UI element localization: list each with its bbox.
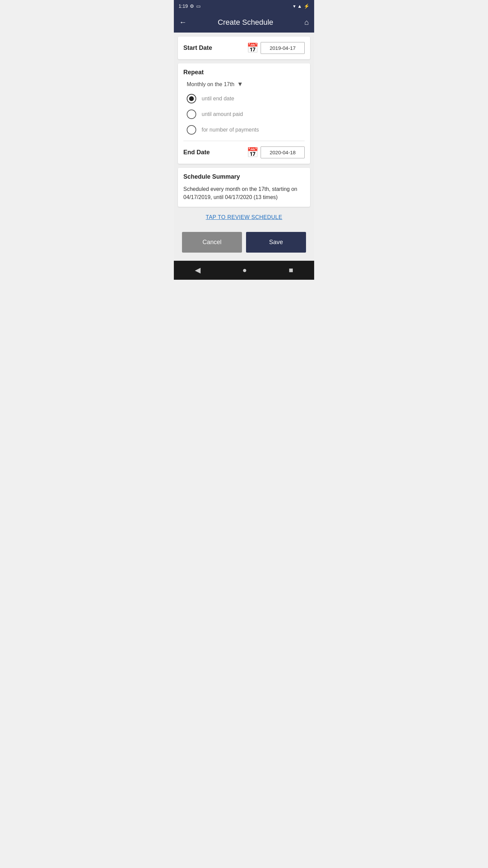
app-bar: ← Create Schedule ⌂ (174, 12, 314, 33)
schedule-summary-title: Schedule Summary (183, 173, 305, 180)
end-date-input-group: 📅 2020-04-18 (247, 146, 305, 158)
settings-icon: ⚙ (190, 3, 194, 9)
schedule-summary-text: Scheduled every month on the 17th, start… (183, 185, 305, 201)
radio-circle-end-date[interactable] (187, 94, 196, 103)
radio-label-num-payments: for number of payments (202, 127, 259, 133)
tap-review-link[interactable]: TAP TO REVIEW SCHEDULE (178, 211, 310, 224)
time-display: 1:19 (179, 3, 188, 9)
back-button[interactable]: ← (179, 18, 187, 27)
nav-recent-button[interactable]: ■ (289, 266, 293, 275)
repeat-dropdown-row[interactable]: Monthly on the 17th ▼ (183, 81, 305, 88)
radio-label-end-date: until end date (202, 96, 234, 102)
battery-icon: ⚡ (304, 3, 309, 9)
home-button[interactable]: ⌂ (304, 18, 309, 27)
wifi-icon: ▾ (293, 3, 296, 9)
end-date-calendar-icon[interactable]: 📅 (247, 147, 259, 158)
repeat-card: Repeat Monthly on the 17th ▼ until end d… (178, 63, 310, 164)
start-date-card: Start Date 📅 2019-04-17 (178, 37, 310, 59)
nav-home-button[interactable]: ● (242, 266, 247, 275)
page-title: Create Schedule (218, 18, 273, 27)
sim-icon: ▭ (196, 3, 201, 9)
schedule-summary-card: Schedule Summary Scheduled every month o… (178, 168, 310, 207)
start-date-calendar-icon[interactable]: 📅 (247, 42, 259, 54)
radio-circle-num-payments[interactable] (187, 125, 196, 135)
cancel-button[interactable]: Cancel (182, 232, 242, 253)
save-button[interactable]: Save (246, 232, 306, 253)
start-date-input-group: 📅 2019-04-17 (247, 42, 305, 54)
end-date-label: End Date (183, 149, 210, 156)
repeat-dropdown-value: Monthly on the 17th (187, 81, 235, 87)
radio-until-end-date[interactable]: until end date (187, 94, 305, 103)
repeat-divider (183, 141, 305, 141)
radio-for-number-payments[interactable]: for number of payments (187, 125, 305, 135)
content-area: Start Date 📅 2019-04-17 Repeat Monthly o… (174, 33, 314, 261)
start-date-label: Start Date (183, 44, 212, 52)
status-bar: 1:19 ⚙ ▭ ▾ ▲ ⚡ (174, 0, 314, 12)
status-right: ▾ ▲ ⚡ (293, 3, 309, 9)
repeat-radio-group: until end date until amount paid for num… (183, 94, 305, 135)
status-left: 1:19 ⚙ ▭ (179, 3, 201, 9)
end-date-row: End Date 📅 2020-04-18 (183, 146, 305, 158)
radio-circle-amount-paid[interactable] (187, 110, 196, 119)
nav-back-button[interactable]: ◀ (195, 266, 201, 275)
bottom-buttons: Cancel Save (178, 228, 310, 257)
radio-inner-end-date (189, 96, 194, 101)
radio-label-amount-paid: until amount paid (202, 111, 243, 117)
end-date-input[interactable]: 2020-04-18 (261, 146, 305, 158)
dropdown-arrow-icon[interactable]: ▼ (237, 81, 243, 88)
start-date-input[interactable]: 2019-04-17 (261, 42, 305, 54)
repeat-label: Repeat (183, 69, 305, 76)
start-date-row: Start Date 📅 2019-04-17 (183, 42, 305, 54)
signal-icon: ▲ (297, 3, 302, 9)
nav-bar: ◀ ● ■ (174, 261, 314, 280)
radio-until-amount-paid[interactable]: until amount paid (187, 110, 305, 119)
